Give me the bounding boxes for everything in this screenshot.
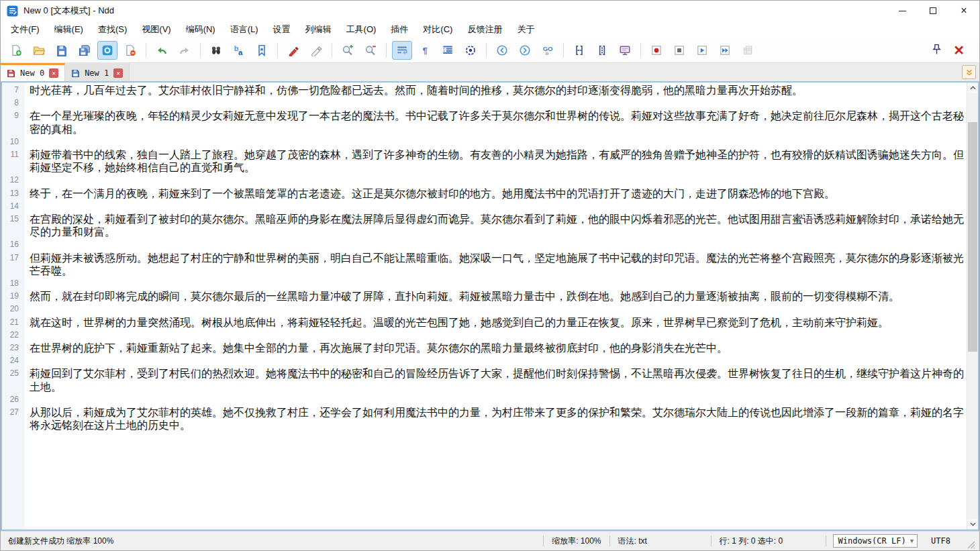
open-file-button[interactable] <box>29 41 49 60</box>
menu-item-12[interactable]: 关于 <box>509 21 542 38</box>
tab-new-0[interactable]: New 0 ✕ <box>1 63 65 81</box>
line-text[interactable]: 在一个星光璀璨的夜晚，年轻的精灵少女莉娅无意中发现了一本古老的魔法书。书中记载了… <box>25 109 965 135</box>
line-text[interactable] <box>25 277 965 290</box>
line-text[interactable]: 然而，就在封印即将完成的瞬间，莫尔德尔最后的一丝黑暗力量冲破了屏障，直扑向莉娅。… <box>25 290 965 303</box>
line-text[interactable]: 莉娅回到了艾尔菲村，受到了村民们的热烈欢迎。她将魔法书中的秘密和自己的冒险经历告… <box>25 367 965 393</box>
editor-line[interactable]: 9在一个星光璀璨的夜晚，年轻的精灵少女莉娅无意中发现了一本古老的魔法书。书中记载… <box>2 109 965 135</box>
menu-item-1[interactable]: 编辑(E) <box>47 21 91 38</box>
macro-play-button[interactable] <box>692 41 712 60</box>
editor-line[interactable]: 13终于，在一个满月的夜晚，莉娅来到了一个被黑暗笼罩的古老遗迹。这正是莫尔德尔被… <box>2 187 965 200</box>
nav-forward-button[interactable] <box>515 41 535 60</box>
close-toolbar-button[interactable]: ✕ <box>953 44 965 57</box>
menu-item-11[interactable]: 反馈注册 <box>460 21 509 38</box>
tab-new-1[interactable]: New 1 ✕ <box>65 63 130 81</box>
highlight-marker-button[interactable] <box>283 41 303 60</box>
editor-line[interactable]: 27从那以后，莉娅成为了艾尔菲村的英雄。她不仅挽救了村庄，还学会了如何利用魔法书… <box>2 406 965 432</box>
editor-line[interactable]: 18 <box>2 277 965 290</box>
line-text[interactable] <box>25 136 965 148</box>
minimize-button[interactable] <box>887 1 918 21</box>
editor-line[interactable]: 8 <box>2 97 965 109</box>
focus-ring-button[interactable] <box>460 41 481 60</box>
macro-play-multi-button[interactable] <box>715 41 735 60</box>
line-text[interactable] <box>25 329 965 342</box>
text-mode-button[interactable] <box>97 41 117 60</box>
editor-line[interactable]: 10 <box>2 136 965 148</box>
line-text[interactable]: 就在这时，世界树的力量突然涌现。树根从地底伸出，将莉娅轻轻托起。温暖的光芒包围了… <box>25 316 965 329</box>
menu-item-9[interactable]: 插件 <box>383 21 415 38</box>
editor-line[interactable]: 21就在这时，世界树的力量突然涌现。树根从地底伸出，将莉娅轻轻托起。温暖的光芒包… <box>2 316 965 329</box>
editor-line[interactable]: 26 <box>2 393 965 406</box>
menu-item-8[interactable]: 工具(O) <box>339 21 384 38</box>
undo-button[interactable] <box>152 41 172 60</box>
scroll-up-button[interactable] <box>967 83 978 93</box>
redo-button[interactable] <box>175 41 195 60</box>
line-text[interactable]: 在世界树的庇护下，莉娅重新站了起来。她集中全部的力量，再次施展了封印咒语。莫尔德… <box>25 342 965 354</box>
line-text[interactable]: 莉娅带着书中的线索，独自一人踏上了旅程。她穿越了茂密的森林，遇到了许多神奇的生物… <box>25 148 965 174</box>
resize-grip-icon[interactable] <box>967 540 975 549</box>
vertical-scrollbar[interactable] <box>967 83 978 530</box>
line-text[interactable]: 时光荏苒，几百年过去了。艾尔菲村依旧宁静祥和，仿佛一切危险都已远去。然而，随着时… <box>25 84 965 97</box>
menu-item-3[interactable]: 视图(V) <box>134 21 178 38</box>
editor-line[interactable]: 24 <box>2 354 965 367</box>
line-text[interactable]: 终于，在一个满月的夜晚，莉娅来到了一个被黑暗笼罩的古老遗迹。这正是莫尔德尔被封印… <box>25 187 965 200</box>
menu-item-6[interactable]: 设置 <box>266 21 298 38</box>
bookmark-button[interactable] <box>252 41 272 60</box>
line-text[interactable]: 但莉娅并未被诱惑所动。她想起了村庄的宁静和世界树的美丽，明白自己不能让黑暗重临。… <box>25 252 965 277</box>
tab-close-button[interactable]: ✕ <box>113 68 123 78</box>
find-button[interactable] <box>206 41 226 60</box>
zoom-in-button[interactable] <box>338 41 358 60</box>
editor-line[interactable]: 22 <box>2 329 965 342</box>
goto-line-button[interactable]: GO» <box>538 41 558 60</box>
editor-line[interactable]: 23在世界树的庇护下，莉娅重新站了起来。她集中全部的力量，再次施展了封印咒语。莫… <box>2 342 965 354</box>
line-ending-dropdown[interactable]: Windows(CR LF)▼ <box>833 534 918 548</box>
new-file-button[interactable] <box>6 41 26 60</box>
line-text[interactable]: 从那以后，莉娅成为了艾尔菲村的英雄。她不仅挽救了村庄，还学会了如何利用魔法书中的… <box>25 406 965 432</box>
replace-button[interactable]: ba <box>229 41 249 60</box>
maximize-button[interactable] <box>918 1 948 21</box>
indent-guide-button[interactable] <box>438 41 458 60</box>
menu-item-7[interactable]: 列编辑 <box>298 21 339 38</box>
save-all-button[interactable] <box>75 41 95 60</box>
monitor-button[interactable] <box>615 41 635 60</box>
line-text[interactable] <box>25 354 965 367</box>
scroll-down-button[interactable] <box>967 519 978 530</box>
tab-list-button[interactable] <box>962 65 976 79</box>
paragraph-mark-button[interactable]: ¶ <box>415 41 435 60</box>
file-compare-button[interactable] <box>569 41 589 60</box>
scrollbar-thumb[interactable] <box>968 122 977 352</box>
editor-line[interactable]: 14 <box>2 200 965 213</box>
menu-item-4[interactable]: 编码(N) <box>179 21 223 38</box>
close-button[interactable]: × <box>948 1 979 21</box>
line-text[interactable]: 在宫殿的深处，莉娅看到了被封印的莫尔德尔。黑暗巫师的身影在魔法屏障后显得虚幻而诡… <box>25 213 965 238</box>
save-button[interactable] <box>52 41 72 60</box>
line-text[interactable] <box>25 97 965 109</box>
zoom-out-button[interactable] <box>360 41 381 60</box>
editor-line[interactable]: 20 <box>2 303 965 315</box>
menu-item-0[interactable]: 文件(F) <box>3 21 47 38</box>
clear-marker-button[interactable] <box>306 41 326 60</box>
menu-item-10[interactable]: 对比(C) <box>415 21 460 38</box>
macro-stop-button[interactable] <box>669 41 689 60</box>
line-text[interactable] <box>25 393 965 406</box>
nav-back-button[interactable] <box>492 41 512 60</box>
line-text[interactable] <box>25 174 965 187</box>
macro-record-button[interactable] <box>646 41 667 60</box>
column-compare-button[interactable] <box>592 41 612 60</box>
editor-line[interactable]: 15在宫殿的深处，莉娅看到了被封印的莫尔德尔。黑暗巫师的身影在魔法屏障后显得虚幻… <box>2 213 965 238</box>
menu-item-5[interactable]: 语言(L) <box>223 21 266 38</box>
line-text[interactable] <box>25 303 965 315</box>
editor-area[interactable]: 7时光荏苒，几百年过去了。艾尔菲村依旧宁静祥和，仿佛一切危险都已远去。然而，随着… <box>1 81 979 531</box>
editor-line[interactable]: 17但莉娅并未被诱惑所动。她想起了村庄的宁静和世界树的美丽，明白自己不能让黑暗重… <box>2 252 965 277</box>
editor-line[interactable]: 16 <box>2 238 965 251</box>
text-content[interactable]: 7时光荏苒，几百年过去了。艾尔菲村依旧宁静祥和，仿佛一切危险都已远去。然而，随着… <box>2 83 978 432</box>
tab-close-button[interactable]: ✕ <box>49 68 58 78</box>
menu-item-2[interactable]: 查找(S) <box>91 21 134 38</box>
pin-toolbar-button[interactable] <box>931 44 942 58</box>
macro-save-button[interactable] <box>738 41 758 60</box>
line-text[interactable] <box>25 238 965 251</box>
word-wrap-button[interactable] <box>392 41 412 60</box>
editor-line[interactable]: 12 <box>2 174 965 187</box>
close-file-button[interactable] <box>120 41 140 60</box>
editor-line[interactable]: 11莉娅带着书中的线索，独自一人踏上了旅程。她穿越了茂密的森林，遇到了许多神奇的… <box>2 148 965 174</box>
editor-line[interactable]: 19然而，就在封印即将完成的瞬间，莫尔德尔最后的一丝黑暗力量冲破了屏障，直扑向莉… <box>2 290 965 303</box>
